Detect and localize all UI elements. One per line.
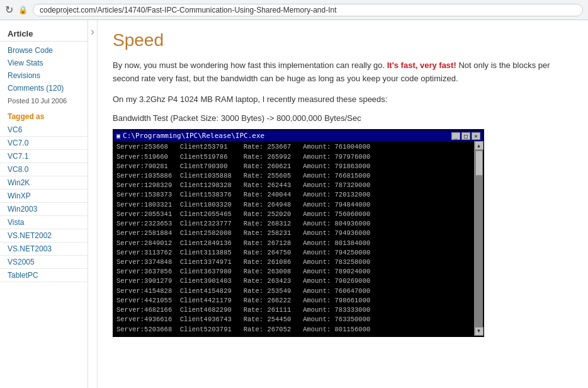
scrollbar-up-button[interactable]: [475, 141, 483, 150]
sidebar-tag-winxp[interactable]: WinXP: [0, 190, 88, 203]
back-arrow: ›: [88, 20, 98, 388]
cmd-line: Server:1803321 Client1803320 Rate: 26494…: [116, 200, 472, 210]
cmd-line: Server:3637856 Client3637980 Rate: 26300…: [116, 267, 472, 277]
cmd-restore-button[interactable]: □: [461, 132, 470, 140]
url-bar[interactable]: [33, 4, 583, 16]
sidebar-posted-date: Posted 10 Jul 2006: [0, 94, 88, 107]
sidebar-tag-vc80[interactable]: VC8.0: [0, 163, 88, 176]
cmd-line: Server:3901279 Client3901403 Rate: 26342…: [116, 277, 472, 286]
bandwidth-text: Bandwidth Test (Packet Size: 3000 Bytes)…: [113, 113, 573, 123]
sidebar-link-revisions[interactable]: Revisions: [0, 69, 88, 82]
sidebar-tag-vsnet2002[interactable]: VS.NET2002: [0, 229, 88, 243]
cmd-line: Server:253668 Client253791 Rate: 253667 …: [116, 142, 472, 152]
sidebar-tag-vc70[interactable]: VC7.0: [0, 137, 88, 150]
cmd-titlebar: ▣ C:\Programming\IPC\Release\IPC.exe _ □…: [114, 130, 483, 141]
refresh-icon[interactable]: ↻: [5, 4, 13, 16]
sidebar-tag-vc71[interactable]: VC7.1: [0, 150, 88, 163]
intro-paragraph: By now, you must be wondering how fast t…: [113, 59, 573, 86]
cmd-title: C:\Programming\IPC\Release\IPC.exe: [123, 132, 264, 140]
cmd-line: Server:3113762 Client3113885 Rate: 26475…: [116, 248, 472, 258]
cmd-line: Server:2055341 Client2055465 Rate: 25202…: [116, 210, 472, 219]
sidebar-tag-tabletpc[interactable]: TabletPC: [0, 269, 88, 282]
measured-text: On my 3.2Ghz P4 1024 MB RAM laptop, I re…: [113, 93, 573, 106]
scrollbar-track: [475, 150, 483, 326]
cmd-close-button[interactable]: ✕: [472, 132, 480, 140]
cmd-minimize-button[interactable]: _: [451, 132, 460, 140]
cmd-line: Server:4682166 Client4682290 Rate: 26111…: [116, 305, 472, 315]
cmd-line: Server:4421055 Client4421179 Rate: 26622…: [116, 296, 472, 305]
cmd-line: Server:3374848 Client3374971 Rate: 26108…: [116, 258, 472, 267]
sidebar-link-view-stats[interactable]: View Stats: [0, 57, 88, 69]
intro-highlight: It's fast, very fast!: [387, 60, 456, 70]
cmd-window: ▣ C:\Programming\IPC\Release\IPC.exe _ □…: [113, 129, 484, 336]
cmd-titlebar-buttons: _ □ ✕: [451, 132, 480, 140]
cmd-line: Server:1538373 Client1538376 Rate: 24004…: [116, 190, 472, 200]
sidebar-link-browse-code[interactable]: Browse Code: [0, 44, 88, 57]
cmd-line: Server:4154828 Client4154829 Rate: 25354…: [116, 287, 472, 296]
cmd-body-area: Server:253668 Client253791 Rate: 253667 …: [114, 141, 483, 335]
cmd-line: Server:1298329 Client1298328 Rate: 26244…: [116, 181, 472, 190]
cmd-line: Server:790281 Client790300 Rate: 260621 …: [116, 162, 472, 171]
cmd-line: Server:2323653 Client2323777 Rate: 26831…: [116, 219, 472, 229]
lock-icon: 🔒: [18, 6, 28, 14]
cmd-line: Server:4936616 Client4936743 Rate: 25445…: [116, 315, 472, 324]
sidebar-tagged-label: Tagged as: [0, 107, 88, 123]
cmd-line: Server:1035886 Client1035888 Rate: 25560…: [116, 171, 472, 181]
sidebar-link-comments[interactable]: Comments (120): [0, 82, 88, 94]
sidebar: Article Browse Code View Stats Revisions…: [0, 20, 88, 388]
sidebar-tag-vc6[interactable]: VC6: [0, 123, 88, 137]
scrollbar-thumb[interactable]: [475, 151, 483, 176]
sidebar-tag-win2k[interactable]: Win2K: [0, 176, 88, 190]
intro-text-before: By now, you must be wondering how fast t…: [113, 60, 387, 70]
cmd-line: Server:519660 Client519786 Rate: 265992 …: [116, 152, 472, 162]
page-layout: Article Browse Code View Stats Revisions…: [0, 20, 588, 388]
sidebar-tag-vista[interactable]: Vista: [0, 216, 88, 229]
sidebar-tag-vs2005[interactable]: VS2005: [0, 256, 88, 269]
sidebar-tag-win2003[interactable]: Win2003: [0, 203, 88, 216]
cmd-scrollbar[interactable]: [474, 141, 483, 335]
scrollbar-down-button[interactable]: [475, 327, 483, 336]
cmd-line: Server:5203668 Client5203791 Rate: 26705…: [116, 325, 472, 334]
cmd-body: Server:253668 Client253791 Rate: 253667 …: [114, 141, 474, 335]
cmd-icon: ▣: [116, 132, 120, 139]
browser-bar: ↻ 🔒: [0, 0, 588, 20]
cmd-line: Server:2581884 Client2582008 Rate: 25823…: [116, 229, 472, 238]
sidebar-tag-vsnet2003[interactable]: VS.NET2003: [0, 243, 88, 256]
cmd-line: Server:2849012 Client2849136 Rate: 26712…: [116, 239, 472, 248]
main-content: Speed By now, you must be wondering how …: [98, 20, 588, 388]
article-section-title: Article: [0, 25, 88, 41]
section-title: Speed: [113, 30, 573, 50]
